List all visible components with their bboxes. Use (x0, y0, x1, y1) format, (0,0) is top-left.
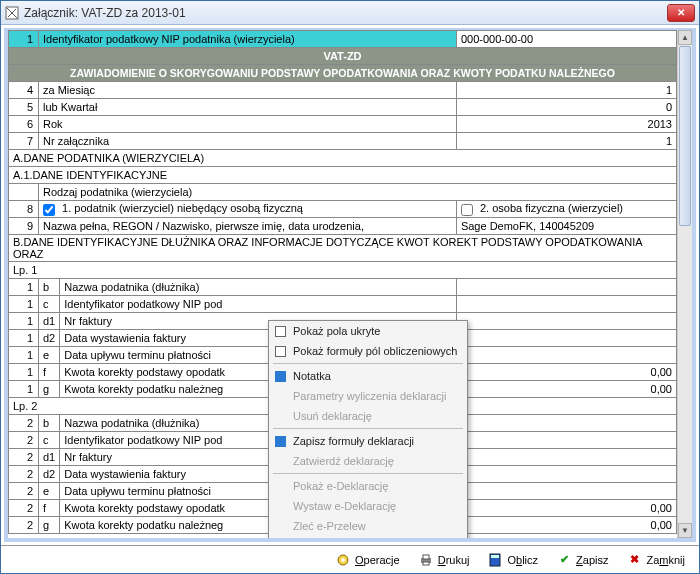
content-area: 1 Identyfikator podatkowy NIP podatnika … (4, 28, 696, 542)
menu-zlec-eprzelew: Zleć e-Przelew (269, 516, 467, 536)
calculator-icon (487, 553, 503, 567)
checkbox-icon (275, 326, 286, 337)
checkbox-fizyczna[interactable] (461, 204, 473, 216)
app-icon (5, 6, 19, 20)
section-b: B.DANE IDENTYFIKACYJNE DŁUŻNIKA ORAZ INF… (9, 235, 677, 262)
context-menu: Pokaż pola ukryte Pokaż formuły pól obli… (268, 320, 468, 542)
menu-usun: Usuń deklarację (269, 406, 467, 426)
titlebar[interactable]: Załącznik: VAT-ZD za 2013-01 ✕ (1, 1, 699, 25)
menu-pokaz-formuly[interactable]: Pokaż formuły pól obliczeniowych (269, 341, 467, 361)
menu-wystaw-edekl: Wystaw e-Deklarację (269, 496, 467, 516)
field-value[interactable]: 000-000-00-00 (456, 31, 676, 48)
svg-rect-7 (491, 555, 499, 558)
scroll-thumb[interactable] (679, 46, 691, 226)
menu-separator (273, 363, 463, 364)
window-frame: Załącznik: VAT-ZD za 2013-01 ✕ 1 Identyf… (0, 0, 700, 574)
menu-separator (273, 538, 463, 539)
lp1: Lp. 1 (9, 262, 677, 279)
field-label: Identyfikator podatkowy NIP podatnika (w… (39, 31, 457, 48)
row-kwartal: 5 lub Kwartał 0 (9, 99, 677, 116)
checkbox-icon (275, 346, 286, 357)
note-icon (275, 371, 286, 382)
gear-icon (335, 553, 351, 567)
svg-point-2 (341, 558, 345, 562)
row-miesiac: 4 za Miesiąc 1 (9, 82, 677, 99)
drukuj-button[interactable]: Drukuj (410, 551, 478, 569)
row-nazwa: 9 Nazwa pełna, REGON / Nazwisko, pierwsz… (9, 218, 677, 235)
window-title: Załącznik: VAT-ZD za 2013-01 (24, 6, 667, 20)
menu-pokaz-ukryte[interactable]: Pokaż pola ukryte (269, 321, 467, 341)
menu-parametry: Parametry wyliczenia deklaracji (269, 386, 467, 406)
svg-rect-4 (423, 555, 429, 559)
row-rodzaj: 8 1. podatnik (wierzyciel) niebędący oso… (9, 201, 677, 218)
save-icon (275, 436, 286, 447)
row-nip: 1 Identyfikator podatkowy NIP podatnika … (9, 31, 677, 48)
row-nrzal: 7 Nr załącznika 1 (9, 133, 677, 150)
field-num: 1 (9, 31, 39, 48)
opt2-label: 2. osoba fizyczna (wierzyciel) (480, 202, 623, 214)
scroll-up-icon[interactable]: ▲ (678, 30, 692, 45)
scrollbar-vertical[interactable]: ▲ ▼ (677, 30, 692, 538)
menu-notatka[interactable]: Notatka (269, 366, 467, 386)
header-notice: ZAWIADOMIENIE O SKORYGOWANIU PODSTAWY OP… (9, 65, 677, 82)
close-x-icon: ✖ (626, 553, 642, 567)
menu-separator (273, 473, 463, 474)
printer-icon (418, 553, 434, 567)
bottom-toolbar: OOperacjeperacje Drukuj Oblicz ✔ Zapisz … (1, 545, 699, 573)
check-icon: ✔ (556, 553, 572, 567)
menu-zapisz-formuly[interactable]: Zapisz formuły deklaracji (269, 431, 467, 451)
menu-zatwierdz: Zatwierdź deklarację (269, 451, 467, 471)
section-a: A.DANE PODATNIKA (WIERZYCIELA) (9, 150, 677, 167)
checkbox-niebedacy[interactable] (43, 204, 55, 216)
menu-separator (273, 428, 463, 429)
scroll-down-icon[interactable]: ▼ (678, 523, 692, 538)
header-vatzd: VAT-ZD (9, 48, 677, 65)
menu-pokaz-edekl: Pokaż e-Deklarację (269, 476, 467, 496)
operacje-button[interactable]: OOperacjeperacje (327, 551, 408, 569)
zamknij-button[interactable]: ✖ Zamknij (618, 551, 693, 569)
svg-rect-5 (423, 562, 429, 565)
close-button[interactable]: ✕ (667, 4, 695, 22)
menu-pobierz-vatzd[interactable]: Pobierz dane dla VAT-ZD (269, 541, 467, 542)
opt1-label: 1. podatnik (wierzyciel) niebędący osobą… (62, 202, 303, 214)
section-a1: A.1.DANE IDENTYFIKACYJNE (9, 167, 677, 184)
rodzaj-label: Rodzaj podatnika (wierzyciela) (39, 184, 677, 201)
zapisz-button[interactable]: ✔ Zapisz (548, 551, 616, 569)
row-rok: 6 Rok 2013 (9, 116, 677, 133)
oblicz-button[interactable]: Oblicz (479, 551, 546, 569)
